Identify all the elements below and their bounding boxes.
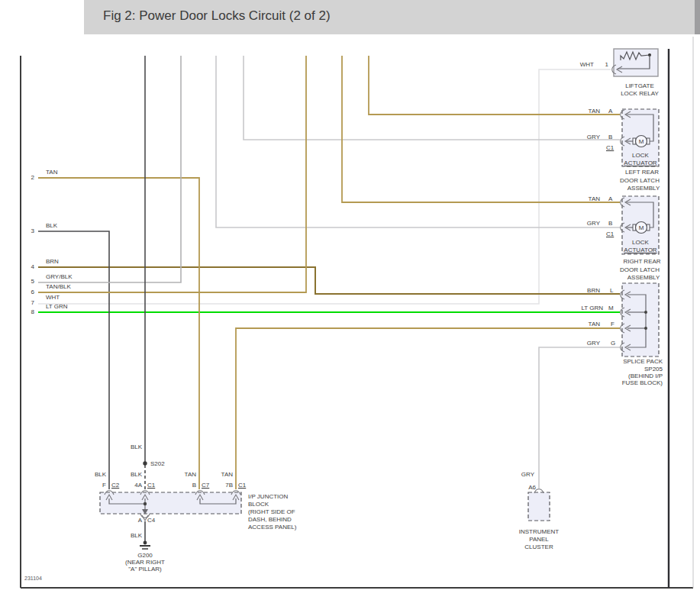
component-name: RIGHT REAR (623, 258, 660, 265)
wire-color-label: TAN (46, 169, 57, 176)
pin-label: 4A (134, 482, 142, 489)
pin-number: 8 (31, 308, 34, 315)
component-name: DASH, BEHIND (248, 516, 292, 523)
pin-label: L (610, 287, 613, 294)
component-name: LOCK RELAY (621, 90, 659, 97)
ground-name: G200 (137, 552, 153, 559)
wire-wht-to-relay (38, 69, 611, 304)
wire-tan-pin2-to-junction (38, 178, 199, 489)
component-name: SPLICE PACK (623, 358, 663, 365)
ground-dot (144, 541, 147, 545)
component-name: INSTRUMENT (519, 528, 559, 535)
pin-label: A (138, 517, 142, 524)
ground-name: "A" PILLAR) (128, 566, 161, 573)
splice-label: S202 (150, 460, 165, 467)
component-name: SP205 (644, 366, 663, 373)
pin-label: F (611, 321, 615, 327)
wire-gry-left-rear-b (244, 56, 620, 140)
pin-number: 3 (31, 227, 34, 234)
liftgate-lock-relay-box (614, 49, 658, 76)
ground-name: (NEAR RIGHT (125, 559, 165, 566)
wire-tanblk-pin6 (38, 56, 306, 292)
part-label: LOCK (632, 239, 649, 246)
connector-label: C7 (202, 482, 209, 489)
pin-number: 5 (31, 278, 34, 285)
wire-color-label: LT GRN (46, 303, 68, 310)
wire-tan-splice-f-to-junction (236, 328, 620, 489)
wire-color-label: BRN (587, 287, 600, 294)
connector-label: C1 (238, 482, 246, 489)
wire-color-label: WHT (580, 61, 594, 68)
component-name: I/P JUNCTION (248, 493, 288, 500)
component-name: ACCESS PANEL) (248, 524, 296, 531)
s202-splice-dot (143, 461, 147, 465)
component-name: ASSEMBLY (627, 274, 660, 281)
wire-gry-splice-g-to-cluster (539, 347, 620, 489)
component-name: (BEHIND I/P (628, 373, 663, 379)
wire-color-label: BLK (131, 444, 142, 450)
component-name: BLOCK (248, 501, 269, 508)
pin-label: B (608, 220, 612, 227)
motor-letter: M (639, 224, 644, 231)
part-label: ACTUATOR (624, 247, 656, 253)
pin-number: 6 (31, 289, 34, 295)
component-name: LIFTGATE (625, 82, 654, 89)
pin-label: G (611, 340, 615, 347)
pin-label: A (608, 108, 612, 115)
wiring-diagram-page: Fig 2: Power Door Locks Circuit (2 of 2) (0, 0, 700, 600)
figure-code: 231104 (24, 575, 42, 582)
component-name: PANEL (529, 536, 549, 543)
pin-label: M (608, 305, 614, 311)
wire-color-label: TAN/BLK (46, 283, 71, 290)
splice-dot-m (644, 311, 647, 314)
pin-label: B (608, 134, 612, 140)
wire-color-label: BLK (46, 222, 57, 229)
wire-color-label: GRY (587, 220, 600, 227)
component-name: (RIGHT SIDE OF (248, 508, 295, 515)
wire-color-label: GRY (521, 471, 534, 478)
component-name: CLUSTER (524, 544, 553, 550)
pin-label: A (608, 195, 612, 202)
part-label: LOCK (632, 152, 649, 159)
pin-label: 1 (605, 61, 608, 68)
component-name: LEFT REAR (625, 169, 659, 176)
component-name: DOOR LATCH (620, 177, 660, 184)
wire-color-label: WHT (46, 294, 60, 301)
circuit-diagram-canvas (0, 0, 700, 600)
pin-number: 4 (31, 263, 34, 270)
pin-label: F (102, 482, 106, 489)
wire-color-label: GRY (587, 134, 600, 140)
connector-label: C1 (147, 482, 155, 489)
wire-color-label: BLK (95, 471, 106, 478)
pin-label: 7B (225, 482, 233, 489)
component-name: FUSE BLOCK) (622, 379, 663, 386)
wire-color-label: TAN (221, 471, 233, 478)
pin-number: 2 (31, 174, 34, 181)
wire-color-label: GRY (587, 340, 600, 347)
wire-color-label: TAN (589, 108, 600, 115)
part-label: ACTUATOR (624, 160, 656, 166)
pin-label: B (192, 482, 196, 489)
wire-color-label: TAN (589, 321, 600, 327)
wire-color-label: BLK (131, 471, 142, 478)
splice-dot-f (644, 327, 647, 330)
pin-label: A6 (528, 484, 536, 491)
connector-label: C1 (606, 231, 614, 237)
component-name: ASSEMBLY (627, 185, 660, 192)
wire-blk-pin3-to-junction (38, 231, 109, 489)
pin-number: 7 (31, 299, 34, 306)
wire-color-label: TAN (589, 195, 600, 202)
wire-color-label: BLK (131, 532, 142, 539)
wire-color-label: BRN (46, 258, 59, 265)
connector-label: C2 (111, 482, 119, 489)
instrument-cluster-box (528, 492, 550, 521)
wire-color-label: GRY/BLK (46, 273, 73, 280)
wire-color-label: LT GRN (581, 305, 603, 311)
wire-color-label: TAN (185, 471, 196, 478)
component-name: DOOR LATCH (620, 266, 660, 273)
junction-block-box (100, 492, 241, 514)
wire-brn-to-splice-l (38, 267, 620, 294)
connector-label: C1 (606, 144, 614, 151)
motor-letter: M (639, 138, 644, 145)
connector-label: C4 (147, 517, 155, 524)
